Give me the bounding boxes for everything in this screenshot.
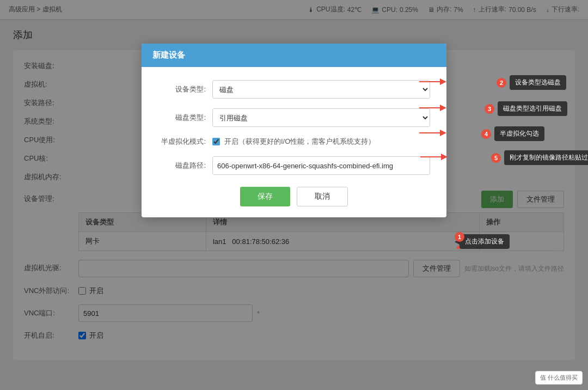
modal-disk-type-row: 磁盘类型: 引用磁盘 — [158, 108, 430, 127]
modal-overlay: 新建设备 设备类型: 磁盘 磁盘类型: 引用磁盘 — [0, 0, 588, 390]
modal-body: 设备类型: 磁盘 磁盘类型: 引用磁盘 — [142, 67, 446, 217]
modal-disk-type-label: 磁盘类型: — [158, 113, 212, 123]
anno-3-num: 3 — [485, 104, 494, 114]
device-type-select[interactable]: 磁盘 — [212, 80, 430, 99]
anno-4-bubble: 半虚拟化勾选 — [494, 126, 544, 141]
anno-2: 2 设备类型选磁盘 — [497, 75, 566, 90]
modal-footer: 保存 取消 — [158, 185, 430, 206]
anno-4-arrow — [419, 129, 446, 137]
modal-device-type-control: 磁盘 — [212, 80, 430, 99]
anno-3-bubble: 磁盘类型选引用磁盘 — [498, 101, 567, 116]
new-device-modal: 新建设备 设备类型: 磁盘 磁盘类型: 引用磁盘 — [142, 44, 446, 217]
semi-virt-checkbox-label[interactable]: 开启（获得更好的I/O性能，需客户机系统支持） — [212, 137, 430, 147]
modal-semi-virt-control: 开启（获得更好的I/O性能，需客户机系统支持） — [212, 137, 430, 147]
anno-1-bubble: 点击添加设备 — [460, 234, 510, 249]
anno-2-bubble: 设备类型选磁盘 — [510, 75, 566, 90]
modal-device-type-label: 设备类型: — [158, 84, 212, 94]
modal-semi-virt-label: 半虚拟化模式: — [158, 137, 212, 147]
disk-path-input[interactable] — [212, 156, 430, 175]
modal-disk-type-control: 引用磁盘 — [212, 108, 430, 127]
anno-4: 4 半虚拟化勾选 — [481, 126, 544, 141]
anno-4-num: 4 — [481, 129, 491, 139]
modal-disk-path-control — [212, 156, 430, 175]
modal-cancel-button[interactable]: 取消 — [297, 187, 348, 206]
disk-type-select[interactable]: 引用磁盘 — [212, 108, 430, 127]
semi-virt-checkbox[interactable] — [212, 138, 220, 145]
modal-container: 新建设备 设备类型: 磁盘 磁盘类型: 引用磁盘 — [142, 44, 446, 217]
modal-semi-virt-row: 半虚拟化模式: 开启（获得更好的I/O性能，需客户机系统支持） — [158, 137, 430, 147]
anno-5-num: 5 — [491, 153, 501, 163]
modal-disk-path-row: 磁盘路径: — [158, 156, 430, 175]
semi-virt-text: 开启（获得更好的I/O性能，需客户机系统支持） — [224, 137, 375, 147]
modal-disk-path-label: 磁盘路径: — [158, 161, 212, 170]
modal-save-button[interactable]: 保存 — [240, 187, 290, 206]
anno-3-arrow — [419, 103, 446, 112]
anno-3: 3 磁盘类型选引用磁盘 — [485, 101, 567, 116]
anno-2-num: 2 — [497, 78, 506, 88]
modal-device-type-row: 设备类型: 磁盘 — [158, 80, 430, 99]
anno-1-num: 1 — [455, 232, 464, 242]
anno-2-arrow — [419, 77, 446, 86]
anno-5: 5 刚才复制的镜像路径粘贴过来 — [491, 150, 588, 165]
modal-title: 新建设备 — [142, 44, 446, 67]
anno-5-arrow — [420, 153, 448, 161]
watermark: 值 什么值得买 — [535, 371, 583, 385]
anno-5-bubble: 刚才复制的镜像路径粘贴过来 — [504, 150, 588, 165]
